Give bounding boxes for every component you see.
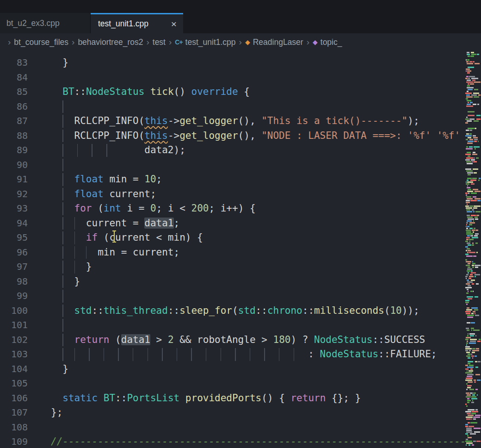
code-line[interactable]: 83 }	[0, 56, 465, 70]
code-line[interactable]: 85 BT::NodeStatus tick() override {	[0, 85, 465, 100]
code-line[interactable]: 97 }	[0, 260, 465, 274]
code-line[interactable]: 104 }	[0, 362, 465, 377]
breadcrumb-item-test[interactable]: test	[153, 37, 166, 47]
indent-guide	[133, 348, 134, 361]
code-line[interactable]: 105	[0, 376, 465, 391]
code-token: RCLCPP_INFO(	[51, 130, 144, 141]
code-line[interactable]: 106 static BT::PortsList providedPorts()…	[0, 391, 465, 406]
code-line-content: std::this_thread::sleep_for(std::chrono:…	[51, 304, 419, 318]
line-number[interactable]: 93	[0, 201, 28, 216]
line-number[interactable]: 92	[0, 187, 28, 202]
code-line[interactable]: 84	[0, 70, 465, 85]
line-number[interactable]: 89	[0, 143, 28, 158]
line-number[interactable]: 101	[0, 318, 28, 333]
code-line[interactable]: 88 RCLCPP_INFO(this->get_logger(), "NODE…	[0, 129, 465, 143]
mouse-ibeam-cursor	[111, 230, 117, 243]
code-token: data1	[144, 218, 173, 229]
code-line[interactable]: 107};	[0, 405, 465, 420]
code-token: {}; }	[326, 392, 361, 404]
breadcrumb-label: topic_	[321, 37, 342, 47]
line-number[interactable]: 88	[0, 129, 28, 143]
line-number[interactable]: 104	[0, 362, 28, 377]
line-number[interactable]: 98	[0, 274, 28, 289]
breadcrumb-item-behaviortree-ros2[interactable]: behaviortree_ros2	[78, 37, 143, 47]
line-number[interactable]: 97	[0, 260, 28, 274]
breadcrumb-item-bt-course-files[interactable]: bt_course_files	[14, 37, 68, 47]
line-number[interactable]: 86	[0, 100, 28, 114]
code-line[interactable]: 102 return (data1 > 2 && robotAngle > 18…	[0, 333, 465, 348]
method-symbol-icon: ◆	[313, 39, 318, 45]
code-line-content: min = current;	[51, 245, 179, 260]
line-number[interactable]: 100	[0, 304, 28, 318]
code-token: for	[74, 203, 92, 214]
line-number[interactable]: 90	[0, 158, 28, 173]
code-line-content: float min = 10;	[51, 172, 162, 187]
code-token: 180	[273, 334, 290, 345]
code-token: FAILURE	[390, 348, 431, 360]
code-line[interactable]: 100 std::this_thread::sleep_for(std::chr…	[0, 304, 465, 318]
line-number[interactable]: 102	[0, 333, 28, 348]
breadcrumb-item-test-unit1-cpp[interactable]: C+ test_unit1.cpp	[175, 37, 235, 47]
code-editor: 83 }8485 BT::NodeStatus tick() override …	[0, 51, 481, 448]
code-line-content: for (int i = 0; i < 200; i++) {	[51, 201, 256, 216]
code-line[interactable]: 108	[0, 420, 465, 435]
code-line[interactable]: 101	[0, 318, 465, 333]
code-line[interactable]: 89 data2);	[0, 143, 465, 158]
code-line[interactable]: 94 current = data1;	[0, 216, 465, 231]
code-line[interactable]: 96 min = current;	[0, 245, 465, 260]
line-number[interactable]: 107	[0, 405, 28, 420]
indent-guide	[104, 348, 105, 361]
line-number[interactable]: 109	[0, 435, 28, 448]
code-line[interactable]: 103 : NodeStatus::FAILURE;	[0, 347, 465, 362]
code-line[interactable]: 86	[0, 100, 465, 114]
code-token: milliseconds	[314, 305, 384, 316]
chevron-right-icon: ›	[5, 37, 14, 47]
code-line-content: static BT::PortsList providedPorts() { r…	[51, 391, 361, 406]
code-line[interactable]: 91 float min = 10;	[0, 172, 465, 187]
code-token: ->	[168, 130, 179, 141]
code-token: }	[51, 276, 80, 287]
line-number[interactable]: 95	[0, 230, 28, 245]
breadcrumb-item-readinglaser[interactable]: ◆ ReadingLaser	[245, 37, 303, 47]
indent-guide	[148, 348, 148, 361]
line-number[interactable]: 99	[0, 289, 28, 304]
tab-bt-u2-ex3[interactable]: bt_u2_ex3.cpp	[0, 13, 91, 33]
minimap[interactable]	[465, 51, 481, 448]
line-number[interactable]: 85	[0, 85, 28, 100]
line-number[interactable]: 106	[0, 391, 28, 406]
line-number[interactable]: 108	[0, 420, 28, 435]
close-icon[interactable]: ×	[171, 19, 177, 29]
line-number[interactable]: 96	[0, 245, 28, 260]
line-number[interactable]: 84	[0, 70, 28, 85]
code-token: }	[51, 57, 68, 68]
code-line[interactable]: 87 RCLCPP_INFO(this->get_logger(), "This…	[0, 114, 465, 129]
line-number[interactable]: 87	[0, 114, 28, 129]
minimap-row	[465, 444, 481, 446]
code-line[interactable]: 90	[0, 158, 465, 173]
code-token: };	[51, 407, 62, 418]
code-line[interactable]: 98 }	[0, 274, 465, 289]
code-token: static	[62, 392, 98, 404]
code-token: BT	[62, 86, 74, 97]
code-line[interactable]: 109//-----------------------------------…	[0, 435, 465, 448]
line-number[interactable]: 105	[0, 376, 28, 391]
code-line[interactable]: 95 if (current < min) {	[0, 230, 465, 245]
line-number[interactable]: 94	[0, 216, 28, 231]
tab-test-unit1[interactable]: test_unit1.cpp ×	[91, 13, 183, 33]
line-number[interactable]: 83	[0, 56, 28, 70]
code-pane[interactable]: 83 }8485 BT::NodeStatus tick() override …	[0, 51, 465, 448]
code-line-content: data2);	[51, 143, 185, 158]
code-token: ::	[378, 348, 390, 360]
line-number[interactable]: 91	[0, 172, 28, 187]
code-token: "This is a tick()-------"	[261, 115, 407, 126]
line-number[interactable]: 103	[0, 347, 28, 362]
indent-guide	[92, 144, 92, 157]
code-token: ::	[256, 305, 267, 316]
code-line[interactable]: 93 for (int i = 0; i < 200; i++) {	[0, 201, 465, 216]
code-token: 10	[390, 305, 401, 316]
indent-guide	[62, 217, 63, 230]
breadcrumb-item-topic[interactable]: ◆ topic_	[313, 37, 342, 47]
indent-guide	[106, 144, 107, 157]
code-line[interactable]: 99	[0, 289, 465, 304]
code-line[interactable]: 92 float current;	[0, 187, 465, 202]
